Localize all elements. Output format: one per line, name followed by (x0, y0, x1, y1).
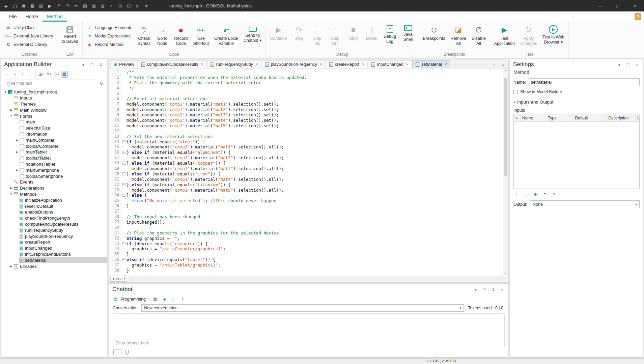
insert-table-icon[interactable]: ⊞ (116, 2, 124, 10)
expand-arrow-icon[interactable]: ▶ (9, 187, 13, 190)
search-icon[interactable]: ⊙ (134, 2, 142, 10)
column-header-name[interactable]: Name (521, 114, 546, 121)
disable-all-button[interactable]: ∅DisableAll (469, 23, 488, 51)
pin-icon[interactable]: ↧ (490, 286, 496, 292)
inputs-and-output-section[interactable]: ▾ Inputs and Output (510, 94, 643, 105)
column-header-un[interactable]: Un (636, 114, 639, 121)
zoom-control[interactable]: 100% ▾ (110, 276, 127, 282)
collapse-arrow-icon[interactable]: ▼ (9, 115, 13, 118)
fold-marker-icon[interactable]: − (122, 162, 125, 165)
record-code-button[interactable]: ●RecordCode (172, 23, 190, 51)
method-name-input[interactable] (529, 78, 640, 86)
new-file-icon[interactable]: ▢ (11, 2, 19, 10)
record-method-button[interactable]: ◉Record Method (85, 41, 134, 48)
fold-marker-icon[interactable]: − (122, 151, 125, 154)
show-in-model-builder-checkbox[interactable] (513, 90, 518, 94)
delete-conversation-icon[interactable]: ▯ (170, 296, 176, 302)
view-list-icon[interactable]: ≡▾ (46, 71, 52, 78)
tree-item-inputchanged[interactable]: inputChanged (1, 245, 107, 251)
expand-arrow-icon[interactable]: ▶ (9, 265, 13, 268)
expand-arrow-icon[interactable]: ▶ (15, 139, 19, 142)
tree-item-libraries[interactable]: ▶Libraries (1, 263, 107, 269)
column-header-description[interactable]: Description (607, 114, 636, 121)
java-shell-button[interactable]: >_JavaShell (399, 23, 417, 51)
window-layout-icon[interactable]: ⊟ (125, 2, 133, 10)
brush-icon[interactable]: ✦ (179, 296, 186, 302)
pin-icon[interactable]: ↧ (98, 61, 104, 67)
collapse-arrow-icon[interactable]: ▼ (3, 90, 8, 93)
tree-item-information[interactable]: information (1, 131, 107, 137)
tree-item-forms[interactable]: ▼Forms (1, 113, 107, 119)
debug-log-button[interactable]: ≡DebugLog (381, 23, 399, 51)
use-shortcut-button[interactable]: B+CUseShortcut (191, 23, 211, 51)
expand-columns-icon[interactable]: » (514, 114, 521, 121)
close-tab-icon[interactable]: × (201, 62, 203, 67)
list-icon[interactable]: ≡ (542, 191, 548, 197)
external-java-library-button[interactable]: JavaExternal Java Library (4, 32, 55, 40)
editor-tab-inputchanged[interactable]: inputChanged× (368, 60, 412, 68)
tree-item-main-window[interactable]: ▶Main Window (1, 107, 107, 113)
language-elements-button[interactable]: ✓Language Elements (85, 24, 134, 31)
breakpoints-button[interactable]: ⊙Breakpoints (421, 23, 448, 51)
editor-tab-runfrequencystudy[interactable]: runFrequencyStudy× (207, 60, 261, 68)
close-tab-icon[interactable]: × (256, 62, 258, 67)
tree-item-enablebuttons[interactable]: enableButtons (1, 209, 107, 215)
conversation-dropdown[interactable]: New conversation ▾ (141, 304, 464, 312)
nav-back-icon[interactable]: ← (3, 71, 10, 78)
editor-tab-computeandupdateresults[interactable]: computeAndUpdateResults× (138, 60, 207, 68)
close-button[interactable]: × (626, 0, 644, 11)
expand-arrow-icon[interactable]: ▶ (9, 109, 13, 112)
tree-item-main[interactable]: main (1, 119, 107, 125)
run-application-icon[interactable]: ▶ (46, 2, 54, 10)
fold-marker-icon[interactable]: − (122, 183, 125, 186)
create-local-variable-button[interactable]: a=Create LocalVariable (212, 23, 241, 51)
editor-tab-preview[interactable]: ⊞Preview (110, 60, 138, 68)
copy-as-image-icon[interactable]: ▨ (99, 2, 107, 10)
move-up-icon[interactable]: ↑ (19, 71, 26, 78)
customize-icon[interactable]: ▾ (142, 2, 150, 10)
tree-item-toolbarcomputer[interactable]: toolbarComputer (1, 143, 107, 149)
column-header-type[interactable]: Type (546, 114, 573, 121)
tree-item-checkfindpronglength[interactable]: checkFindProngLength (1, 215, 107, 221)
revert-to-saved-button[interactable]: Revertto Saved (59, 23, 80, 51)
add-icon[interactable]: + (532, 191, 538, 197)
output-dropdown[interactable]: None ▾ (530, 200, 640, 208)
send-to-chatbot-button[interactable]: Send toChatbot ▾ (241, 23, 264, 51)
delete-icon[interactable]: × (107, 2, 115, 10)
chevron-down-icon[interactable]: ▾ (473, 286, 479, 292)
tree-item-runfrequencystudy[interactable]: runFrequencyStudy (1, 227, 107, 233)
external-c-library-button[interactable]: CExternal C Library (4, 41, 55, 48)
chevron-down-icon[interactable]: ▾ (80, 61, 86, 67)
chevron-down-icon[interactable]: ▾ (616, 61, 622, 67)
prompt-input[interactable] (113, 341, 504, 345)
tree-item-inputs[interactable]: Inputs (1, 95, 107, 101)
fold-marker-icon[interactable]: − (122, 194, 125, 197)
tree-item-createreport[interactable]: createReport (1, 239, 107, 245)
mode-dropdown[interactable]: ▤ Programming ▾ (113, 296, 149, 302)
tree-item-computeandupdateresults[interactable]: computeAndUpdateResults (1, 221, 107, 227)
expand-arrow-icon[interactable]: ▶ (15, 150, 19, 153)
close-tab-icon[interactable]: × (445, 62, 447, 67)
vertical-scrollbar[interactable]: ▲ ▼ (503, 68, 508, 275)
tree-item-methods[interactable]: ▼Methods (1, 191, 107, 197)
filter-input[interactable] (4, 80, 96, 87)
float-icon[interactable]: □ (89, 61, 95, 67)
editor-tab-setmaterial[interactable]: setMaterial× (412, 60, 450, 68)
column-header-default[interactable]: Default (573, 114, 607, 121)
move-up-icon[interactable]: ↑ (513, 191, 520, 197)
filter-funnel-icon[interactable]: ▽▾ (53, 71, 60, 78)
close-tab-icon[interactable]: × (362, 62, 364, 67)
cut-icon[interactable]: ✂ (72, 2, 80, 10)
editor-menu-icon[interactable]: ≡ (500, 62, 506, 68)
horizontal-scrollbar[interactable] (129, 277, 507, 281)
tree-item-selectuisize[interactable]: selectUISize (1, 125, 107, 131)
grid-toggle-icon[interactable]: ▦ (61, 71, 68, 78)
float-icon[interactable]: □ (481, 286, 487, 292)
image-icon[interactable]: ▦ (152, 296, 158, 302)
close-tab-icon[interactable]: × (320, 62, 322, 67)
utility-class-button[interactable]: ▣Utility Class (4, 24, 55, 31)
tree-item-initgraphicsandbuttons[interactable]: initGraphicsAndButtons (1, 251, 107, 257)
comsol-logo-icon[interactable]: ◈ (2, 2, 10, 10)
nav-forward-icon[interactable]: → (11, 71, 18, 78)
close-icon[interactable]: × (499, 286, 505, 292)
